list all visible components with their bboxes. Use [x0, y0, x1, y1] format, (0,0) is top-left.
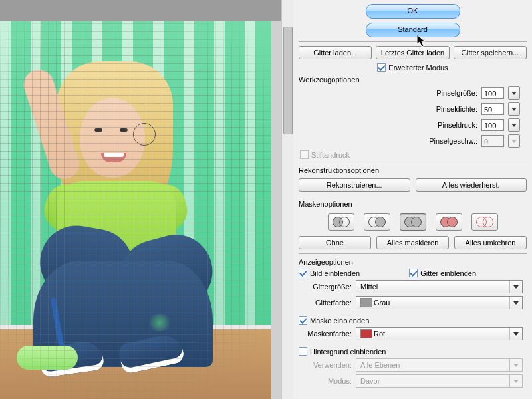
chevron-down-icon [509, 281, 522, 293]
brush-pressure-label: Pinseldruck: [421, 121, 477, 129]
show-mask-label: Maske einblenden [310, 317, 369, 325]
mesh-color-label: Gitterfarbe: [299, 299, 352, 307]
chevron-down-icon [509, 359, 522, 371]
brush-pressure-input[interactable]: 100 [481, 119, 504, 131]
mesh-overlay [0, 21, 271, 399]
use-label: Verwenden: [299, 361, 352, 369]
default-button[interactable]: Standard [366, 23, 460, 37]
preview-top-margin [0, 0, 293, 21]
preview-scrollbar[interactable] [281, 0, 293, 399]
mask-title: Maskenoptionen [299, 200, 527, 208]
reconstruct-button[interactable]: Rekonstruieren... [299, 178, 410, 192]
mode-value: Davor [360, 377, 380, 385]
mask-invert-button[interactable] [471, 213, 498, 231]
mode-label: Modus: [299, 377, 352, 385]
use-select: Alle Ebenen [356, 358, 523, 372]
tool-options-title: Werkzeugoptionen [299, 76, 527, 84]
advanced-mode-label: Erweiterter Modus [388, 64, 448, 72]
show-image-label: Bild einblenden [310, 269, 360, 277]
brush-density-label: Pinseldichte: [421, 105, 477, 113]
mesh-color-value: Grau [374, 299, 390, 307]
advanced-mode-checkbox[interactable] [377, 63, 386, 72]
mesh-color-swatch [360, 298, 372, 307]
liquify-preview[interactable] [0, 0, 293, 399]
show-mesh-checkbox[interactable] [409, 269, 418, 277]
brush-size-label: Pinselgröße: [421, 89, 477, 97]
brush-cursor [133, 123, 156, 146]
show-backdrop-label: Hintergrund einblenden [310, 348, 386, 356]
brush-density-dropdown[interactable] [508, 102, 520, 116]
mask-color-swatch [360, 329, 372, 338]
show-mesh-label: Gitter einblenden [420, 269, 476, 277]
mesh-size-label: Gittergröße: [299, 283, 352, 291]
show-mask-checkbox[interactable] [299, 316, 307, 325]
brush-density-input[interactable]: 50 [481, 103, 504, 115]
options-panel: OK Standard Gitter laden... Letztes Gitt… [293, 0, 532, 399]
mask-all-button[interactable]: Alles maskieren [376, 236, 449, 249]
save-mesh-button[interactable]: Gitter speichern... [454, 46, 527, 59]
brush-size-dropdown[interactable] [508, 86, 520, 100]
reconstruct-title: Rekonstruktionsoptionen [299, 166, 527, 174]
mask-none-button[interactable]: Ohne [299, 236, 371, 249]
brush-rate-input: 0 [481, 135, 504, 147]
mask-replace-button[interactable] [328, 213, 354, 231]
view-title: Anzeigeoptionen [299, 258, 527, 266]
mesh-size-select[interactable]: Mittel [356, 280, 523, 293]
chevron-down-icon [509, 328, 522, 340]
brush-size-input[interactable]: 100 [481, 87, 504, 99]
chevron-down-icon [509, 375, 522, 387]
invert-all-button[interactable]: Alles umkehren [454, 236, 527, 249]
show-image-checkbox[interactable] [299, 269, 307, 277]
mask-add-button[interactable] [364, 213, 390, 231]
mask-color-label: Maskenfarbe: [299, 330, 352, 338]
restore-all-button[interactable]: Alles wiederherst. [416, 178, 527, 192]
brush-rate-label: Pinselgeschw.: [421, 137, 477, 145]
mask-intersect-button[interactable] [436, 213, 462, 231]
ok-button[interactable]: OK [366, 4, 460, 19]
load-last-mesh-button[interactable]: Letztes Gitter laden [376, 46, 449, 59]
stylus-pressure-checkbox [300, 150, 309, 159]
load-mesh-button[interactable]: Gitter laden... [299, 46, 372, 59]
mesh-color-select[interactable]: Grau [356, 296, 523, 309]
mask-subtract-button[interactable] [400, 213, 426, 231]
mode-select: Davor [356, 374, 523, 388]
use-value: Alle Ebenen [360, 361, 400, 369]
show-backdrop-checkbox[interactable] [299, 347, 307, 356]
brush-pressure-dropdown[interactable] [508, 118, 520, 132]
scrollbar-thumb[interactable] [283, 27, 293, 134]
chevron-down-icon [509, 297, 522, 309]
mesh-size-value: Mittel [360, 283, 378, 291]
mask-color-select[interactable]: Rot [356, 327, 523, 340]
mask-color-value: Rot [374, 330, 385, 338]
brush-rate-dropdown [508, 134, 520, 148]
stylus-pressure-label: Stiftandruck [311, 151, 350, 159]
